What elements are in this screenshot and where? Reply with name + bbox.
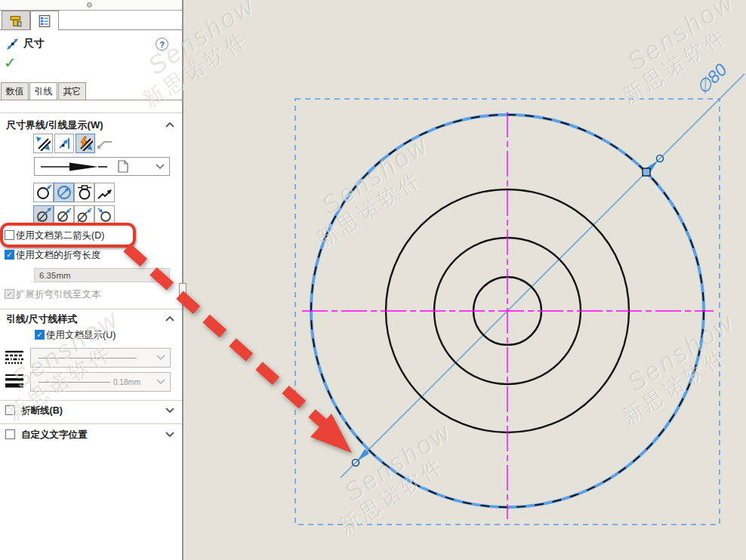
property-manager-panel: 尺寸 ? ✓ 数值 引线 其它 尺寸界线/引线显示(W): [0, 0, 183, 560]
checkbox-use-doc-display[interactable]: ✓: [35, 330, 45, 340]
dimension-text[interactable]: ∅80: [692, 60, 731, 98]
chevron-down-icon: [156, 164, 165, 170]
line-style-dropdown: [30, 348, 171, 368]
section-leader-style-title: 引线/尺寸线样式: [6, 312, 78, 326]
diameter-arrow-out-button[interactable]: [33, 205, 54, 225]
section-divider: [0, 309, 182, 309]
form-list-tab-icon: [38, 14, 51, 28]
arrow-style-dropdown[interactable]: [34, 157, 170, 176]
diagonal-construction-line[interactable]: [341, 74, 744, 478]
page-tab-line: [86, 100, 182, 100]
tab-value[interactable]: 数值: [1, 82, 29, 100]
inside-arrows-icon: [57, 136, 72, 151]
circle-arrow-icon: [97, 207, 113, 223]
arrow-inside-circle-icon: [56, 184, 72, 201]
expand-chevron-icon[interactable]: [165, 407, 175, 414]
property-manager-tab-icon: [9, 14, 23, 28]
pm-tab-properties[interactable]: [2, 11, 30, 30]
panel-top-strip: [0, 0, 182, 11]
circle-arrow-button[interactable]: [94, 205, 115, 225]
diameter-slash-arrow-button[interactable]: [74, 205, 94, 225]
inside-arrows-button[interactable]: [54, 134, 74, 153]
tab-leaders[interactable]: 引线: [29, 82, 57, 100]
document-icon: [118, 160, 128, 173]
checkbox-bent-length-label[interactable]: 使用文档的折弯长度: [16, 249, 101, 262]
solid-arrow-sample-icon: [41, 161, 116, 173]
leader-gray-icon: [97, 138, 115, 150]
expand-chevron-icon[interactable]: [165, 431, 175, 438]
checkbox-extend-bent-label: 扩展折弯引线至文本: [16, 288, 101, 301]
smart-arrows-button[interactable]: [76, 134, 95, 153]
solid-leader-circle-button[interactable]: [74, 183, 94, 202]
section-witness-title: 尺寸界线/引线显示(W): [6, 118, 103, 132]
line-thickness-value: 0.18mm: [113, 378, 140, 386]
chevron-down-icon: [156, 355, 165, 361]
tab-strip-line: [59, 29, 182, 30]
line-thickness-sample: [39, 382, 110, 383]
section-custom-text-title[interactable]: 自定义文字位置: [21, 429, 88, 442]
panel-grip-dot[interactable]: [87, 2, 92, 8]
section-break-line-title[interactable]: 折断线(B): [21, 405, 63, 417]
arrow-inside-circle-button[interactable]: [54, 183, 74, 202]
smart-arrows-icon: [78, 136, 93, 151]
diameter-arrow-in-icon: [56, 207, 72, 223]
checkbox-custom-text-position[interactable]: [5, 429, 15, 439]
chevron-down-icon: [156, 379, 165, 385]
bent-length-input[interactable]: [34, 268, 170, 282]
line-style-icon: [5, 349, 24, 366]
solid-leader-circle-icon: [76, 184, 93, 201]
collapse-chevron-icon[interactable]: [165, 121, 175, 128]
dimension-command-icon: [5, 36, 20, 51]
line-style-sample: [39, 358, 137, 358]
diameter-slash-arrow-icon: [76, 207, 93, 223]
diameter-arrow-out-icon: [35, 207, 52, 223]
outside-arrows-icon: [35, 136, 51, 151]
pm-tab-form[interactable]: [30, 11, 59, 30]
outside-arrows-button[interactable]: [33, 134, 53, 153]
help-icon[interactable]: ?: [156, 38, 168, 51]
checkbox-second-arrow[interactable]: [5, 230, 14, 240]
line-thickness-dropdown: 0.18mm: [30, 372, 171, 392]
section-divider: [0, 112, 182, 113]
panel-title: 尺寸: [23, 37, 45, 51]
selection-handle-square[interactable]: [643, 168, 650, 176]
section-divider: [0, 423, 182, 424]
line-thickness-icon: [5, 373, 24, 389]
collapse-chevron-icon[interactable]: [165, 315, 175, 322]
broken-leader-button[interactable]: [94, 183, 115, 202]
arrow-outside-circle-button[interactable]: [33, 183, 54, 202]
broken-leader-icon: [97, 184, 113, 201]
checkbox-break-line[interactable]: [5, 405, 15, 415]
checkbox-use-doc-display-label[interactable]: 使用文档显示(U): [46, 329, 116, 342]
arrow-outside-circle-icon: [35, 184, 52, 201]
tab-other[interactable]: 其它: [58, 82, 86, 100]
panel-splitter-dot: [181, 296, 185, 300]
page-tab-line: [0, 100, 29, 100]
checkbox-bent-length[interactable]: ✓: [5, 250, 14, 260]
ok-check-icon[interactable]: ✓: [4, 54, 17, 72]
checkbox-extend-bent: ✓: [5, 289, 14, 299]
diameter-arrow-in-button[interactable]: [54, 205, 74, 225]
tab-strip-line: [0, 29, 30, 30]
section-divider: [0, 400, 182, 401]
checkbox-second-arrow-label[interactable]: 使用文档第二箭头(D): [16, 229, 104, 242]
